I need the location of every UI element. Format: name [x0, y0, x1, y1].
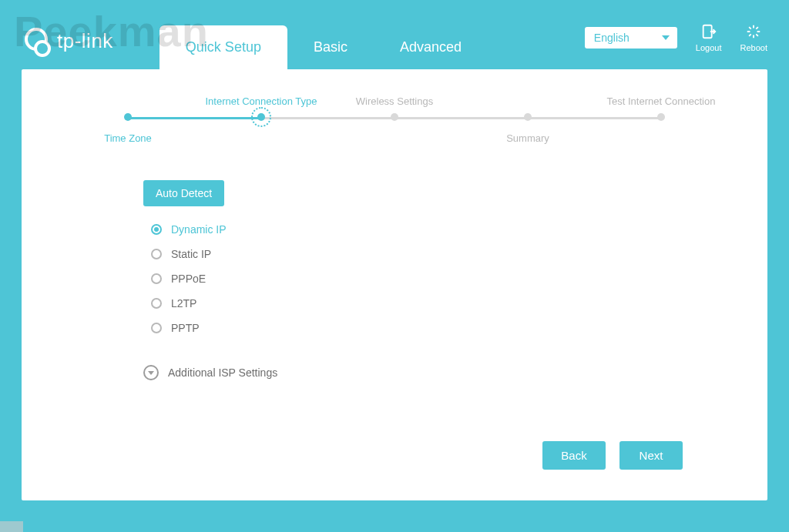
additional-isp-settings-toggle[interactable]: Additional ISP Settings — [143, 365, 730, 380]
top-right-controls: English Logout Reboot — [585, 23, 767, 52]
tplink-logo-icon — [22, 26, 51, 55]
radio-label: Dynamic IP — [171, 223, 227, 236]
radio-pppoe[interactable]: PPPoE — [151, 273, 730, 285]
auto-detect-button[interactable]: Auto Detect — [143, 180, 224, 206]
step-label-internet-connection-type: Internet Connection Type — [205, 95, 317, 107]
step-dot-internet-connection-type[interactable] — [257, 113, 265, 121]
reboot-button[interactable]: Reboot — [740, 23, 767, 52]
main-tabs: Quick Setup Basic Advanced — [159, 0, 488, 69]
top-bar: tp-link Quick Setup Basic Advanced Engli… — [0, 0, 789, 69]
step-dot-time-zone[interactable] — [124, 113, 132, 121]
setup-stepper: Internet Connection Type Wireless Settin… — [128, 95, 661, 157]
radio-label: L2TP — [171, 297, 196, 309]
radio-dynamic-ip[interactable]: Dynamic IP — [151, 223, 730, 236]
brand-text: tp-link — [57, 29, 113, 53]
radio-icon — [151, 224, 162, 235]
step-dot-wireless-settings[interactable] — [391, 113, 398, 121]
back-button[interactable]: Back — [542, 441, 606, 470]
reboot-icon — [745, 23, 762, 40]
step-dot-test-internet[interactable] — [657, 113, 665, 121]
radio-pptp[interactable]: PPTP — [151, 322, 730, 334]
radio-icon — [151, 323, 162, 333]
additional-isp-label: Additional ISP Settings — [168, 366, 277, 379]
radio-static-ip[interactable]: Static IP — [151, 248, 730, 260]
radio-icon — [151, 249, 162, 259]
footer-edge — [0, 521, 23, 532]
radio-label: PPPoE — [171, 273, 206, 285]
radio-label: PPTP — [171, 322, 200, 334]
logout-label: Logout — [696, 43, 722, 52]
connection-type-form: Auto Detect Dynamic IP Static IP PPPoE L… — [143, 180, 730, 380]
step-dot-summary[interactable] — [524, 113, 532, 121]
step-label-wireless-settings: Wireless Settings — [356, 95, 433, 107]
wizard-nav-buttons: Back Next — [542, 441, 683, 470]
step-label-time-zone: Time Zone — [104, 132, 152, 144]
language-select-wrap: English — [585, 27, 677, 49]
chevron-down-icon — [143, 365, 159, 380]
logout-button[interactable]: Logout — [696, 23, 722, 52]
connection-type-options: Dynamic IP Static IP PPPoE L2TP PPTP — [151, 223, 730, 334]
reboot-label: Reboot — [740, 43, 767, 52]
radio-icon — [151, 273, 162, 284]
language-select[interactable]: English — [585, 27, 677, 49]
radio-l2tp[interactable]: L2TP — [151, 297, 730, 309]
radio-label: Static IP — [171, 248, 211, 260]
step-label-summary: Summary — [506, 132, 549, 144]
step-line-active — [128, 117, 261, 119]
radio-icon — [151, 298, 162, 309]
tab-basic[interactable]: Basic — [287, 25, 374, 69]
logout-icon — [700, 23, 717, 40]
tab-advanced[interactable]: Advanced — [374, 25, 488, 69]
step-label-test-internet-connection: Test Internet Connection — [607, 95, 716, 107]
next-button[interactable]: Next — [619, 441, 683, 470]
tab-quick-setup[interactable]: Quick Setup — [159, 25, 287, 69]
main-panel: Internet Connection Type Wireless Settin… — [22, 69, 767, 500]
brand-logo: tp-link — [22, 26, 113, 55]
